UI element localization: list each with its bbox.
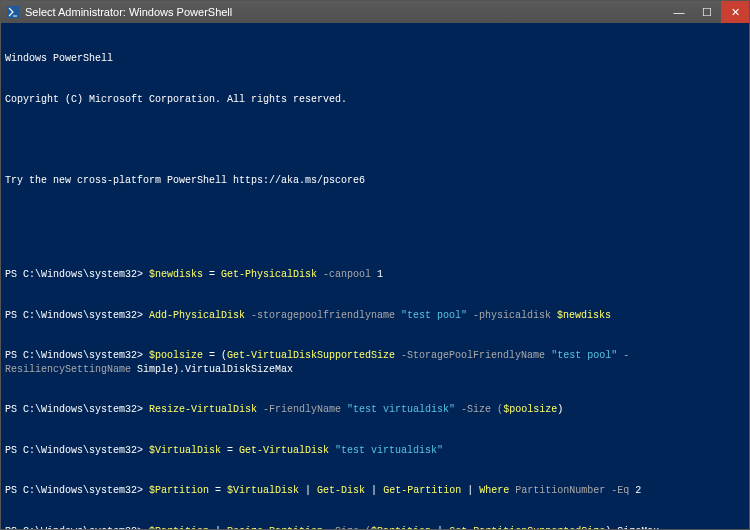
cmd-line: PS C:\Windows\system32> Resize-VirtualDi…: [5, 403, 745, 417]
window-title: Select Administrator: Windows PowerShell: [25, 6, 665, 18]
cmd-line: PS C:\Windows\system32> $newdisks = Get-…: [5, 268, 745, 282]
titlebar[interactable]: Select Administrator: Windows PowerShell…: [1, 1, 749, 23]
header-line: Windows PowerShell: [5, 52, 745, 66]
cmd-line: PS C:\Windows\system32> $VirtualDisk = G…: [5, 444, 745, 458]
cmd-line: PS C:\Windows\system32> $Partition = $Vi…: [5, 484, 745, 498]
powershell-window: Select Administrator: Windows PowerShell…: [0, 0, 750, 530]
header-line: Try the new cross-platform PowerShell ht…: [5, 174, 745, 188]
blank: [5, 214, 745, 228]
header-line: Copyright (C) Microsoft Corporation. All…: [5, 93, 745, 107]
blank: [5, 133, 745, 147]
powershell-icon: [7, 6, 19, 18]
cmd-line: PS C:\Windows\system32> Add-PhysicalDisk…: [5, 309, 745, 323]
close-button[interactable]: ✕: [721, 1, 749, 23]
maximize-button[interactable]: ☐: [693, 1, 721, 23]
minimize-button[interactable]: —: [665, 1, 693, 23]
terminal-content[interactable]: Windows PowerShell Copyright (C) Microso…: [1, 23, 749, 529]
cmd-line: PS C:\Windows\system32> $poolsize = (Get…: [5, 349, 745, 376]
cmd-line: PS C:\Windows\system32> $Partition | Res…: [5, 525, 745, 530]
